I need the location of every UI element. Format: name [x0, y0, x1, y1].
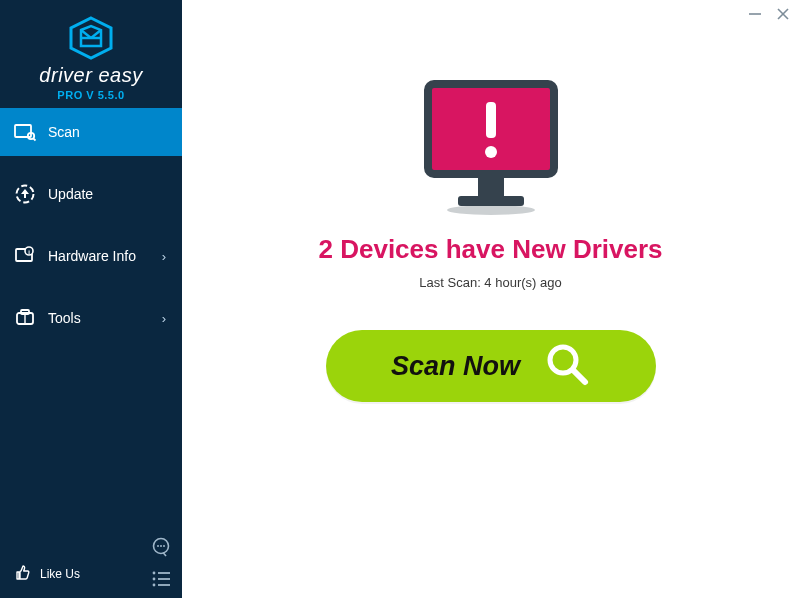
- sidebar-item-label: Hardware Info: [48, 248, 136, 264]
- svg-point-16: [157, 545, 159, 547]
- logo-icon: [67, 16, 115, 60]
- nav: Scan Update i Hardware Info › Tools: [0, 108, 182, 356]
- thumbs-up-icon: [14, 564, 32, 585]
- sidebar-bottom: Like Us: [0, 550, 182, 598]
- scan-icon: [14, 121, 36, 143]
- svg-point-21: [153, 578, 156, 581]
- content: 2 Devices have New Drivers Last Scan: 4 …: [182, 0, 799, 402]
- svg-rect-31: [458, 196, 524, 206]
- svg-line-6: [33, 138, 35, 140]
- svg-rect-30: [478, 178, 504, 196]
- svg-point-18: [163, 545, 165, 547]
- svg-point-34: [485, 146, 497, 158]
- hardware-info-icon: i: [14, 245, 36, 267]
- update-icon: [14, 183, 36, 205]
- scan-now-label: Scan Now: [391, 351, 520, 382]
- window-controls: [747, 6, 791, 22]
- last-scan-text: Last Scan: 4 hour(s) ago: [419, 275, 561, 290]
- svg-point-23: [153, 584, 156, 587]
- magnifier-icon: [544, 341, 590, 391]
- logo-area: driver easy PRO V 5.5.0: [0, 0, 182, 108]
- alert-monitor-icon: [418, 78, 564, 218]
- minimize-button[interactable]: [747, 6, 763, 22]
- svg-point-32: [447, 205, 535, 215]
- svg-point-19: [153, 572, 156, 575]
- sidebar-item-scan[interactable]: Scan: [0, 108, 182, 156]
- sidebar: driver easy PRO V 5.5.0 Scan Update i: [0, 0, 182, 598]
- svg-line-36: [573, 370, 585, 382]
- app-window: driver easy PRO V 5.5.0 Scan Update i: [0, 0, 799, 598]
- sidebar-item-label: Tools: [48, 310, 81, 326]
- svg-marker-8: [21, 189, 29, 198]
- sidebar-item-label: Update: [48, 186, 93, 202]
- menu-icon[interactable]: [150, 568, 172, 590]
- sidebar-item-tools[interactable]: Tools ›: [0, 294, 182, 342]
- sidebar-item-label: Scan: [48, 124, 80, 140]
- feedback-icon[interactable]: [150, 536, 172, 558]
- chevron-right-icon: ›: [162, 311, 166, 326]
- main-panel: 2 Devices have New Drivers Last Scan: 4 …: [182, 0, 799, 598]
- svg-rect-33: [486, 102, 496, 138]
- sidebar-item-update[interactable]: Update: [0, 170, 182, 218]
- scan-now-button[interactable]: Scan Now: [326, 330, 656, 402]
- version-label: PRO V 5.5.0: [57, 89, 124, 101]
- headline: 2 Devices have New Drivers: [319, 234, 663, 265]
- close-button[interactable]: [775, 6, 791, 22]
- like-us-label: Like Us: [40, 567, 80, 581]
- bottom-icons: [150, 536, 172, 590]
- sidebar-item-hardware-info[interactable]: i Hardware Info ›: [0, 232, 182, 280]
- logo-text: driver easy: [39, 64, 142, 87]
- chevron-right-icon: ›: [162, 249, 166, 264]
- tools-icon: [14, 307, 36, 329]
- like-us-button[interactable]: Like Us: [0, 564, 80, 585]
- svg-point-17: [160, 545, 162, 547]
